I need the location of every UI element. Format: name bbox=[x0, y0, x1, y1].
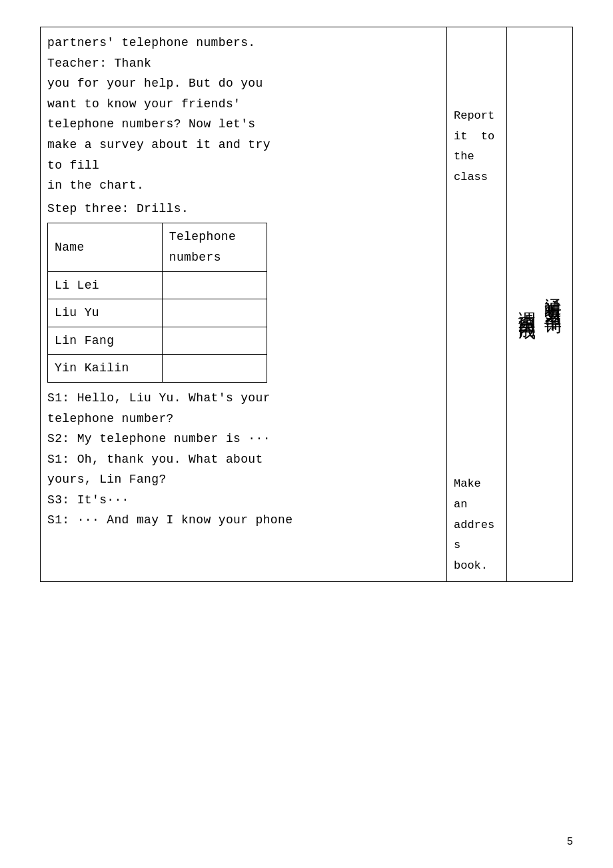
dialog-line-4: S1: Oh, thank you. What about bbox=[47, 449, 440, 470]
col-telephone-header: Telephonenumbers bbox=[162, 223, 267, 271]
text-line-6: make a survey about it and try bbox=[47, 135, 440, 155]
middle-bottom-text-5: book. bbox=[454, 556, 500, 577]
step-three-label: Step three: Drills. bbox=[47, 199, 440, 219]
dialog-line-7: S1: ··· And may I know your phone bbox=[47, 510, 440, 531]
row-lin-fang-number bbox=[162, 327, 267, 355]
middle-bottom-text: Make bbox=[454, 474, 500, 495]
text-line-8: in the chart. bbox=[47, 175, 440, 196]
dialog-line-3: S2: My telephone number is ··· bbox=[47, 429, 440, 449]
middle-top-text: Report bbox=[454, 106, 500, 127]
text-line-3: you for your help. But do you bbox=[47, 73, 440, 94]
drills-table: Name Telephonenumbers Li Lei Liu Yu Lin … bbox=[47, 223, 267, 383]
row-liu-yu-number bbox=[162, 299, 267, 327]
text-line-7: to fill bbox=[47, 155, 440, 176]
main-content-cell: partners' telephone numbers. Teacher: Th… bbox=[41, 27, 447, 582]
col-name-header: Name bbox=[48, 223, 163, 271]
chinese-top: 通过听力复习单词。 bbox=[540, 33, 566, 576]
middle-bottom-text-2: an bbox=[454, 495, 500, 515]
row-lin-fang: Lin Fang bbox=[48, 327, 163, 355]
row-li-lei-number bbox=[162, 271, 267, 299]
row-liu-yu: Liu Yu bbox=[48, 299, 163, 327]
dialog-line-2: telephone number? bbox=[47, 409, 440, 429]
chinese-bottom: 调查组内成 bbox=[514, 33, 540, 576]
middle-top-text-4: class bbox=[454, 167, 500, 188]
text-line-1: partners' telephone numbers. bbox=[47, 33, 440, 53]
text-line-2: Teacher: Thank bbox=[47, 53, 440, 74]
middle-bottom-text-4: s bbox=[454, 535, 500, 556]
main-table: partners' telephone numbers. Teacher: Th… bbox=[40, 27, 573, 582]
dialog-line-6: S3: It's··· bbox=[47, 490, 440, 511]
middle-column: Report it to the class Make an addres s … bbox=[447, 27, 507, 582]
middle-top-text-3: the bbox=[454, 147, 500, 167]
dialog-line-5: yours, Lin Fang? bbox=[47, 469, 440, 490]
middle-top-text-2: it to bbox=[454, 127, 500, 147]
chinese-column: 通过听力复习单词。 调查组内成 bbox=[507, 27, 573, 582]
text-line-5: telephone numbers? Now let's bbox=[47, 114, 440, 135]
row-yin-kailin: Yin Kailin bbox=[48, 355, 163, 383]
dialog-line-1: S1: Hello, Liu Yu. What's your bbox=[47, 388, 440, 409]
page-number: 5 bbox=[566, 836, 573, 848]
row-li-lei: Li Lei bbox=[48, 271, 163, 299]
row-yin-kailin-number bbox=[162, 355, 267, 383]
middle-bottom-text-3: addres bbox=[454, 515, 500, 536]
text-line-4: want to know your friends' bbox=[47, 94, 440, 115]
